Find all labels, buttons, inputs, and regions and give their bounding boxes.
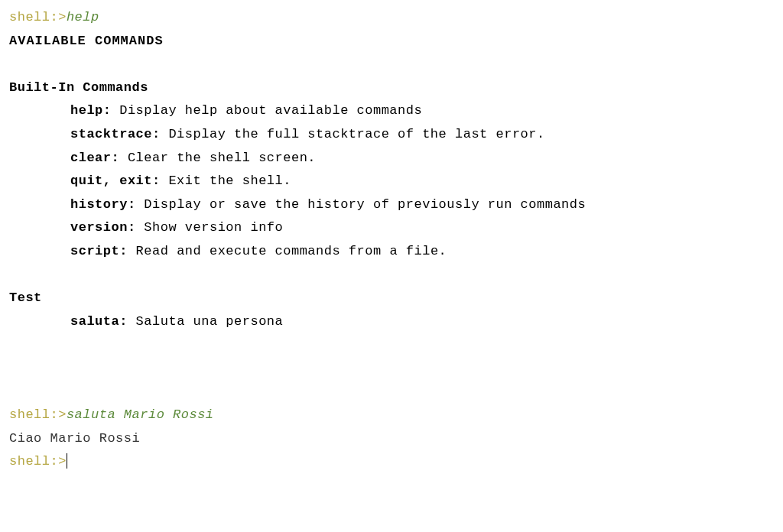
- terminal[interactable]: shell:>help AVAILABLE COMMANDS Built-In …: [9, 6, 774, 474]
- group-heading-test: Test: [9, 287, 774, 310]
- command-output: Ciao Mario Rossi: [9, 427, 774, 451]
- command-item: help: Display help about available comma…: [70, 99, 774, 123]
- blank-line: [9, 264, 774, 287]
- command-line: shell:>help: [9, 6, 774, 30]
- blank-line: [9, 381, 774, 404]
- command-name: script:: [70, 244, 128, 258]
- command-name: saluta:: [70, 314, 128, 329]
- entered-command: help: [67, 10, 99, 24]
- shell-prompt: shell:>: [9, 10, 67, 24]
- command-desc: Clear the shell screen.: [119, 151, 316, 165]
- command-item: version: Show version info: [70, 216, 774, 240]
- command-item: stacktrace: Display the full stacktrace …: [70, 123, 774, 147]
- command-item: history: Display or save the history of …: [70, 193, 774, 217]
- command-name: quit, exit:: [70, 174, 161, 188]
- blank-line: [9, 333, 774, 357]
- command-name: stacktrace:: [70, 127, 161, 141]
- blank-line: [9, 53, 774, 76]
- command-name: clear:: [70, 151, 119, 165]
- available-commands-heading: AVAILABLE COMMANDS: [9, 30, 774, 54]
- command-list-test: saluta: Saluta una persona: [9, 310, 774, 334]
- command-item: clear: Clear the shell screen.: [70, 147, 774, 170]
- cursor: [67, 453, 67, 469]
- command-name: help:: [70, 103, 112, 118]
- command-name: version:: [70, 220, 136, 235]
- command-desc: Display or save the history of previousl…: [136, 197, 586, 212]
- blank-line: [9, 357, 774, 381]
- command-desc: Display the full stacktrace of the last …: [161, 127, 545, 141]
- shell-prompt: shell:>: [9, 454, 67, 469]
- group-heading-builtin: Built-In Commands: [9, 76, 774, 100]
- command-desc: Read and execute commands from a file.: [128, 244, 447, 258]
- command-desc: Show version info: [136, 220, 284, 235]
- command-item: quit, exit: Exit the shell.: [70, 170, 774, 193]
- shell-prompt: shell:>: [9, 407, 67, 422]
- command-name: history:: [70, 197, 136, 212]
- command-list-builtin: help: Display help about available comma…: [9, 99, 774, 263]
- current-prompt-line[interactable]: shell:>: [9, 450, 774, 474]
- command-desc: Saluta una persona: [128, 314, 283, 329]
- command-item: saluta: Saluta una persona: [70, 310, 774, 334]
- command-item: script: Read and execute commands from a…: [70, 240, 774, 264]
- entered-command: saluta Mario Rossi: [67, 407, 214, 422]
- command-line: shell:>saluta Mario Rossi: [9, 404, 774, 427]
- command-desc: Display help about available commands: [112, 103, 423, 118]
- command-desc: Exit the shell.: [161, 174, 291, 188]
